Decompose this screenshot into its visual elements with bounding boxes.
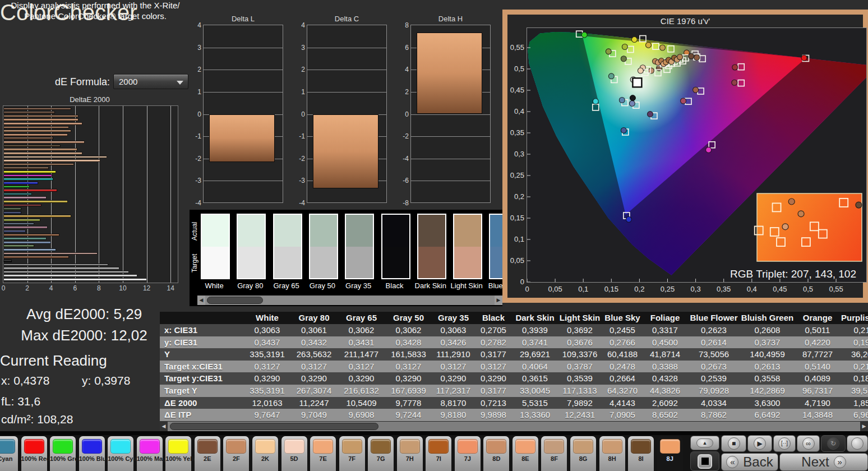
bracket-icon: [··]	[778, 437, 791, 450]
y-tick-label: 0,1	[507, 235, 524, 243]
next-label: Next	[801, 454, 829, 470]
pattern-color-chip	[0, 439, 15, 454]
x-tick-label: 10	[119, 284, 126, 292]
x-tick-label: 0,35	[717, 285, 731, 293]
pattern-button-100-yellow[interactable]: 100% Yellow	[165, 436, 191, 471]
table-cell: 6,6492	[741, 409, 794, 421]
swatch-label: Blue Sky	[484, 281, 502, 290]
window-pattern-button[interactable]	[690, 451, 719, 471]
de-formula-dropdown[interactable]: 2000	[113, 74, 188, 89]
pattern-button-7j[interactable]: 7J	[455, 436, 481, 471]
pattern-button-100-magenta[interactable]: 100% Magenta	[137, 436, 163, 471]
table-cell: 0,3558	[741, 372, 794, 385]
pattern-button-2f[interactable]: 2F	[223, 436, 249, 471]
target-color	[238, 247, 265, 279]
pattern-button-2e[interactable]: 2E	[195, 436, 220, 471]
table-scroll-thumb[interactable]	[170, 423, 378, 430]
scroll-right-icon[interactable]: ▶	[860, 422, 868, 431]
table-cell: 0,2705	[475, 324, 512, 336]
de-bar	[3, 141, 85, 144]
de-formula-value: 2000	[119, 77, 137, 86]
pattern-button-100-cyan[interactable]: 100% Cyan	[108, 436, 133, 471]
measured-point	[606, 49, 611, 54]
pattern-button-100-blue[interactable]: 100% Blue	[79, 436, 105, 471]
table-cell: 0,2614	[687, 336, 741, 349]
actual-color	[274, 215, 301, 247]
delta-c-chart: 43210-1-2-3-4	[307, 25, 387, 203]
table-cell: 41,8714	[643, 348, 687, 361]
table-cell: 0,3428	[385, 336, 432, 349]
pattern-button-2k[interactable]: 2K	[252, 436, 278, 471]
gridline	[204, 181, 283, 181]
pattern-button-100-green[interactable]: 100% Green	[50, 436, 76, 471]
table-scrollbar[interactable]: ◀ ▶	[160, 422, 868, 431]
x-tick-label: 0	[2, 284, 6, 292]
pattern-color-chip	[660, 439, 680, 454]
pattern-color-chip	[168, 439, 188, 454]
scroll-right-icon[interactable]: ▶	[495, 295, 502, 305]
swatch-scroll-thumb[interactable]	[207, 297, 263, 304]
pattern-button-label: 7F	[339, 455, 365, 462]
pattern-button-8d[interactable]: 8D	[483, 436, 509, 471]
loop-button[interactable]: ↻	[821, 435, 846, 452]
scroll-left-icon[interactable]: ◀	[160, 422, 168, 431]
back-button[interactable]: « Back	[721, 453, 778, 471]
pattern-button-7i[interactable]: 7I	[426, 436, 451, 471]
swatch-scrollbar[interactable]: ◀ ▶	[197, 295, 502, 305]
next-button[interactable]: Next »	[779, 453, 868, 471]
continuous-read-button[interactable]: ∞	[797, 435, 820, 452]
pattern-button-7f[interactable]: 7F	[339, 436, 365, 471]
table-cell: 9,7049	[290, 409, 338, 421]
y-tick-label: -6	[394, 177, 409, 184]
patch-swatch	[489, 214, 502, 279]
table-cell: 4,7190	[794, 397, 841, 409]
patch-swatch	[381, 214, 410, 279]
table-cell: 9,8180	[432, 409, 475, 421]
de-bar	[3, 163, 74, 166]
pattern-button-8g[interactable]: 8G	[570, 436, 596, 471]
table-cell: 0,3062	[338, 324, 385, 336]
read-series-button[interactable]: [··]	[773, 435, 796, 452]
table-cell: 117,1313	[558, 385, 602, 397]
scroll-left-icon[interactable]: ◀	[197, 295, 205, 305]
pattern-button-label: 5D	[281, 455, 307, 462]
play-button[interactable]: ▶	[747, 435, 772, 452]
stop-button[interactable]: ■	[721, 435, 746, 452]
x-tick-label: 0,55	[829, 285, 843, 293]
target-color	[490, 247, 502, 279]
patch-swatch	[453, 214, 482, 279]
pattern-button-7g[interactable]: 7G	[368, 436, 394, 471]
de-bar	[3, 244, 34, 247]
table-cell: 13,3360	[512, 409, 558, 421]
current-cdm2: cd/m²: 108,28	[1, 413, 73, 426]
pattern-button-8e[interactable]: 8E	[513, 436, 538, 471]
blank-button[interactable]	[847, 435, 868, 452]
y-tick-label: -2	[394, 132, 409, 140]
pattern-button-7e[interactable]: 7E	[310, 436, 336, 471]
table-cell: 9,6908	[338, 409, 385, 421]
measured-point	[626, 216, 631, 222]
table-cell: 12,2431	[558, 409, 602, 421]
y-tick-label: -1	[290, 132, 305, 140]
pattern-button-100-red[interactable]: 100% Red	[21, 436, 47, 471]
pattern-button-8i[interactable]: 8I	[628, 436, 654, 471]
pattern-button-8h[interactable]: 8H	[599, 436, 625, 471]
pattern-button-5d[interactable]: 5D	[281, 436, 307, 471]
pattern-button-8j[interactable]: 8J	[657, 436, 683, 471]
de-bar	[3, 174, 52, 177]
pattern-button-cyan[interactable]: Cyan	[0, 436, 18, 471]
measured-point	[622, 44, 627, 49]
colorchecker-app: ColorChecker Display analysis is perform…	[0, 0, 868, 471]
de-bar	[3, 204, 41, 207]
pattern-button-label: 8J	[657, 455, 683, 462]
pattern-button-7h[interactable]: 7H	[397, 436, 423, 471]
y-tick-label: 0,05	[507, 256, 524, 265]
target-color	[310, 247, 337, 279]
measured-point	[732, 80, 737, 85]
pattern-button-8f[interactable]: 8F	[541, 436, 567, 471]
tab-up-button[interactable]: ▲	[690, 436, 719, 450]
x-tick-label: 0,25	[661, 285, 675, 293]
pattern-button-label: 7G	[368, 455, 394, 462]
table-cell: 0,3177	[475, 348, 512, 361]
de-bar	[3, 226, 48, 229]
